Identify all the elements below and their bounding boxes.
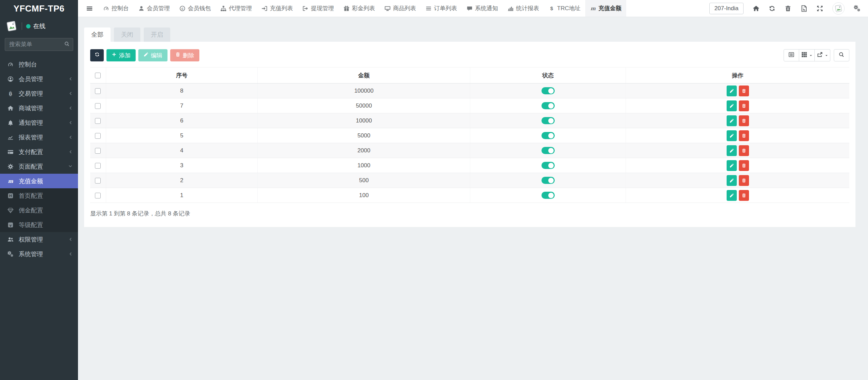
row-checkbox[interactable] [95,193,101,198]
nav-item-comment[interactable]: 系统通知 [462,0,503,17]
nav-item-label: 商品列表 [393,4,416,12]
nav-item-gift[interactable]: 彩金列表 [339,0,380,17]
add-button[interactable]: 添加 [106,49,136,61]
row-delete-button[interactable] [739,100,749,111]
status-toggle[interactable] [541,147,555,154]
sidebar-toggle-icon[interactable] [83,3,96,14]
row-checkbox[interactable] [95,148,101,154]
row-checkbox[interactable] [95,118,101,124]
tab-closed[interactable]: 关闭 [114,27,140,42]
row-edit-button[interactable] [727,175,737,186]
status-toggle[interactable] [541,102,555,109]
detail-view-icon [788,52,794,59]
status-toggle[interactable] [541,192,555,199]
row-delete-button[interactable] [739,130,749,141]
tab-open[interactable]: 开启 [144,27,170,42]
sidebar-item-gears[interactable]: 系统管理 [0,247,78,261]
row-checkbox[interactable] [95,133,101,139]
status-toggle[interactable] [541,177,555,184]
row-checkbox[interactable] [95,103,101,109]
edit-button[interactable]: 编辑 [138,49,167,61]
row-checkbox[interactable] [95,88,101,94]
sidebar-item-label: 控制台 [19,60,73,69]
status-toggle[interactable] [541,132,555,139]
row-delete-button[interactable] [739,115,749,126]
row-edit-button[interactable] [727,160,737,171]
refresh-button[interactable] [90,49,104,61]
export-icon [817,52,823,59]
row-edit-button[interactable] [727,130,737,141]
svg-text:v: v [9,223,12,227]
sidebar-item-letter-h[interactable]: H首页配置 [0,188,78,203]
file-image-icon[interactable] [801,5,807,12]
submenu-gear: m充值金额H首页配置佣金配置v等级配置 [0,174,78,232]
chevron-down-icon [68,164,73,169]
topbar-controls: 207-India [709,2,861,15]
tab-all[interactable]: 全部 [84,27,111,42]
nav-item-sitemap[interactable]: 代理管理 [216,0,257,17]
nav-item-desktop[interactable]: 商品列表 [380,0,421,17]
export-button[interactable] [815,49,830,61]
nav-item-sign-in[interactable]: 充值列表 [257,0,298,17]
trash-icon[interactable] [785,5,791,12]
sidebar-item-users[interactable]: 权限管理 [0,232,78,247]
row-edit-button[interactable] [727,145,737,156]
comment-icon [467,5,473,12]
nav-item-label: 提现管理 [311,4,334,12]
nav-item-letter-m[interactable]: m充值金额 [585,0,626,17]
avatar[interactable] [5,19,18,33]
row-delete-button[interactable] [739,145,749,156]
pencil-icon [143,52,149,59]
status-toggle[interactable] [541,162,555,169]
svg-text:H: H [9,194,12,198]
columns-button[interactable] [799,49,815,61]
row-edit-button[interactable] [727,190,737,201]
row-edit-button[interactable] [727,115,737,126]
cell-serial: 1 [106,188,258,203]
sidebar-item-home[interactable]: 商城管理 [0,101,78,115]
row-edit-button[interactable] [727,86,737,96]
user-avatar[interactable] [832,2,845,15]
region-button[interactable]: 207-India [709,3,744,14]
sidebar-item-letter-m[interactable]: m充值金额 [0,174,78,188]
status-toggle[interactable] [541,87,555,94]
nav-item-chart-bar[interactable]: 统计报表 [503,0,544,17]
detail-view-button[interactable] [784,49,799,61]
nav-item-list-lines[interactable]: 订单列表 [421,0,462,17]
search-toggle-button[interactable] [834,49,849,61]
status-toggle[interactable] [541,117,555,124]
sidebar-item-credit-card[interactable]: 支付配置 [0,145,78,159]
online-status-dot [26,24,31,28]
refresh-icon[interactable] [769,5,775,12]
sidebar-item-gem[interactable]: 佣金配置 [0,203,78,217]
row-delete-button[interactable] [739,190,749,201]
row-delete-button[interactable] [739,175,749,186]
sidebar-item-bitcoin[interactable]: B交易管理 [0,86,78,101]
row-delete-button[interactable] [739,86,749,96]
cell-serial: 6 [106,113,258,128]
nav-item-gauge[interactable]: 控制台 [98,0,134,17]
sidebar-item-gear[interactable]: 页面配置 [0,159,78,174]
nav-item-coin[interactable]: c会员钱包 [175,0,216,17]
settings-gears-icon[interactable] [854,5,861,12]
sidebar-item-letter-v[interactable]: v等级配置 [0,217,78,232]
nav-item-dollar[interactable]: $TRC地址 [544,0,585,17]
sidebar-item-chart-line[interactable]: 报表管理 [0,130,78,145]
sidebar-item-circle-user[interactable]: 会员管理 [0,72,78,86]
row-edit-button[interactable] [727,100,737,111]
row-delete-button[interactable] [739,160,749,171]
select-all-checkbox[interactable] [95,73,101,78]
nav-item-sign-out[interactable]: 提现管理 [298,0,339,17]
sidebar-item-gauge[interactable]: 控制台 [0,57,78,72]
row-checkbox[interactable] [95,163,101,169]
home-icon[interactable] [753,5,760,12]
row-checkbox[interactable] [95,178,101,184]
delete-button[interactable]: 删除 [170,49,199,61]
nav-item-user[interactable]: 会员管理 [134,0,175,17]
cell-amount: 50000 [258,98,470,113]
toggle-knob [548,88,554,94]
fullscreen-icon[interactable] [816,5,823,12]
search-input[interactable] [5,38,73,51]
sidebar-item-bell[interactable]: 通知管理 [0,115,78,130]
toggle-knob [548,178,554,183]
